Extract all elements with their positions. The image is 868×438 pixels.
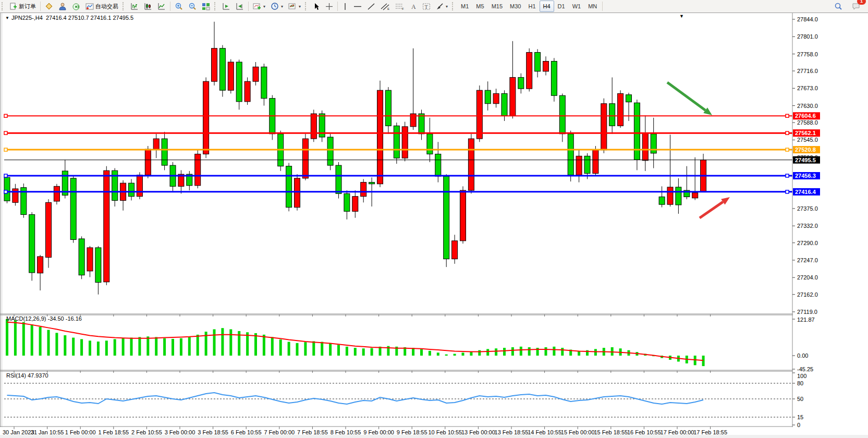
search-button[interactable] <box>832 0 845 13</box>
candle-body <box>626 95 632 102</box>
macd-histogram-bar <box>31 324 33 356</box>
notifications-button[interactable]: 1 <box>849 0 863 13</box>
signals-button[interactable] <box>69 0 83 13</box>
bar-chart-button[interactable] <box>128 0 141 13</box>
line-chart-icon <box>157 3 166 10</box>
line-handle[interactable] <box>4 148 7 151</box>
auto-trading-button[interactable]: 自动交易 <box>83 0 121 13</box>
crosshair-tool-button[interactable] <box>323 0 336 13</box>
tab-timeframe-mn[interactable]: MN <box>584 1 601 12</box>
candle-body <box>87 248 93 271</box>
price-tick-label: 27204.0 <box>797 274 818 281</box>
tab-timeframe-w1[interactable]: W1 <box>569 1 585 12</box>
new-chart-button[interactable]: ▾ <box>250 0 268 13</box>
tab-timeframe-m5[interactable]: M5 <box>472 1 487 12</box>
tab-timeframe-m1[interactable]: M1 <box>457 1 472 12</box>
time-label: 9 Feb 00:00 <box>363 429 394 435</box>
auto-scroll-icon <box>222 3 230 10</box>
macd-histogram-bar <box>545 347 547 356</box>
arrows-tool-button[interactable]: ▾ <box>433 0 450 13</box>
tab-timeframe-m15[interactable]: M15 <box>488 1 506 12</box>
macd-histogram-bar <box>138 337 141 356</box>
candlestick-chart-button[interactable] <box>141 0 155 13</box>
price-tick-label: 27332.0 <box>797 223 818 229</box>
market-watch-button[interactable] <box>42 0 56 13</box>
expert-advisor-button[interactable] <box>56 0 69 13</box>
candle-body <box>419 114 424 134</box>
macd-histogram-bar <box>420 349 423 356</box>
candle-body <box>394 126 399 158</box>
macd-histogram-bar <box>39 327 42 356</box>
toolbar-grip[interactable] <box>452 2 456 10</box>
candle-body <box>195 154 201 185</box>
auto-trading-icon <box>85 3 94 10</box>
hline-tool-button[interactable] <box>351 0 364 13</box>
macd-histogram-bar <box>511 347 514 356</box>
candle-body <box>535 52 541 71</box>
candle-body <box>460 190 466 241</box>
time-label: 3 Feb 18:55 <box>198 429 228 435</box>
time-label: 17 Feb 00:00 <box>661 429 694 435</box>
macd-histogram-bar <box>229 329 232 356</box>
macd-histogram-bar <box>122 338 125 356</box>
text-label-icon: T <box>422 3 431 10</box>
tab-timeframe-h4[interactable]: H4 <box>540 1 554 12</box>
tab-timeframe-d1[interactable]: D1 <box>554 1 569 12</box>
line-handle[interactable] <box>786 174 789 177</box>
toolbar-grip[interactable] <box>2 2 5 10</box>
price-tick-label: 27119.0 <box>797 309 817 315</box>
line-handle[interactable] <box>4 174 7 177</box>
candle-body <box>95 248 101 283</box>
candle-body <box>162 139 167 165</box>
macd-histogram-bar <box>594 349 597 356</box>
chart-shift-button[interactable] <box>233 0 247 13</box>
template-button[interactable]: ▾ <box>286 0 303 13</box>
text-icon: A <box>410 3 417 10</box>
zoom-out-button[interactable] <box>186 0 199 13</box>
time-label: 7 Feb 00:00 <box>264 429 295 435</box>
macd-tick-label: 121.87 <box>797 317 815 323</box>
time-label: 8 Feb 10:55 <box>331 429 361 435</box>
channel-tool-button[interactable]: E <box>378 0 393 13</box>
price-tick-label: 27630.0 <box>797 103 818 109</box>
line-handle[interactable] <box>4 114 7 117</box>
line-handle[interactable] <box>786 131 789 135</box>
toolbar-grip[interactable] <box>123 2 126 10</box>
new-order-button[interactable]: 新订单 <box>7 0 39 13</box>
signal-icon <box>72 3 80 10</box>
cursor-tool-button[interactable] <box>310 0 323 13</box>
candle-body <box>576 156 582 175</box>
line-handle[interactable] <box>786 114 789 117</box>
tab-timeframe-m30[interactable]: M30 <box>506 1 524 12</box>
candle-body <box>236 62 242 102</box>
fibonacci-tool-button[interactable]: F <box>393 0 407 13</box>
auto-scroll-button[interactable] <box>219 0 233 13</box>
chart-area[interactable]: 27844.027801.027758.027716.027673.027630… <box>0 0 868 438</box>
tab-timeframe-h1[interactable]: H1 <box>524 1 539 12</box>
rsi-tick-label: 100 <box>797 373 806 379</box>
candle-body <box>38 257 43 273</box>
candle-body <box>327 137 333 165</box>
line-handle[interactable] <box>4 131 7 135</box>
trendline-tool-button[interactable] <box>364 0 378 13</box>
label-tool-button[interactable]: T <box>420 0 433 13</box>
candle-body <box>435 154 441 176</box>
toolbar-grip[interactable] <box>214 2 218 10</box>
candle-body <box>468 139 474 190</box>
zoom-in-button[interactable] <box>172 0 186 13</box>
text-tool-button[interactable]: A <box>407 0 420 13</box>
period-button[interactable]: ▾ <box>268 0 286 13</box>
vline-tool-button[interactable] <box>339 0 351 13</box>
toolbar-grip[interactable] <box>305 2 309 10</box>
line-chart-button[interactable] <box>155 0 168 13</box>
time-label: 10 Feb 10:55 <box>428 429 462 435</box>
tile-windows-button[interactable] <box>199 0 213 13</box>
line-handle[interactable] <box>786 148 789 151</box>
dropdown-caret-icon: ▾ <box>299 4 301 9</box>
macd-histogram-bar <box>354 348 357 356</box>
macd-histogram-bar <box>221 328 224 356</box>
price-tick-label: 27673.0 <box>797 85 818 91</box>
line-handle[interactable] <box>4 190 7 193</box>
line-handle[interactable] <box>786 190 789 193</box>
time-label: 17 Feb 18:55 <box>693 429 727 435</box>
